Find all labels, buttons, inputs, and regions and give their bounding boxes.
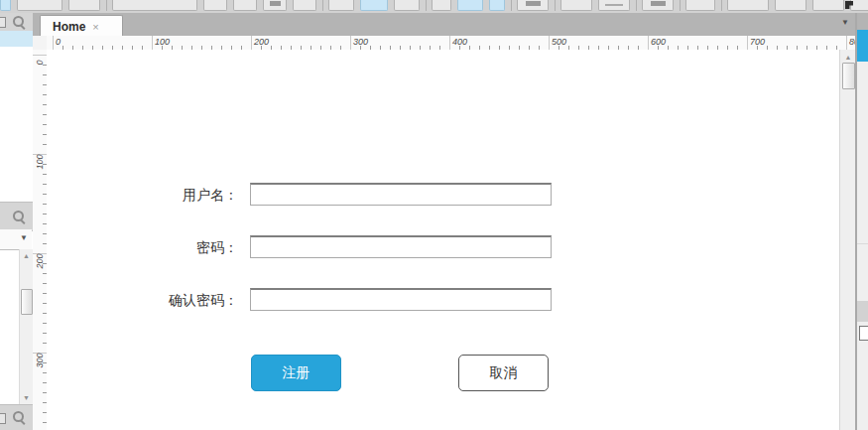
scroll-up-icon[interactable]: ▲	[20, 252, 33, 259]
username-input[interactable]	[250, 183, 552, 206]
design-canvas[interactable]: 用户名： 密码： 确认密码： 注册 取消	[47, 50, 839, 430]
toolbar-button[interactable]	[517, 0, 549, 11]
toolbar-button[interactable]	[642, 0, 674, 11]
right-panel-field[interactable]	[859, 326, 868, 341]
toolbar-button[interactable]	[727, 0, 769, 11]
ruler-major-tick	[152, 36, 153, 50]
library-select[interactable]: ▼	[0, 229, 32, 250]
toolbar-separator	[721, 0, 722, 11]
ruler-major-tick	[251, 36, 252, 50]
toolbar-button[interactable]	[203, 0, 227, 11]
toolbar-button[interactable]	[685, 0, 715, 11]
ruler-label: 100	[155, 37, 170, 47]
ruler-major-tick	[449, 36, 450, 50]
ruler-major-tick	[648, 36, 649, 50]
ruler-label: 0	[35, 55, 45, 72]
toolbar-separator	[106, 0, 107, 11]
confirm-password-input[interactable]	[250, 288, 552, 311]
tab-home[interactable]: Home ×	[40, 15, 123, 37]
search-icon[interactable]	[13, 211, 26, 223]
scroll-up-icon[interactable]: ▲	[840, 54, 856, 61]
toolbar-separator	[322, 0, 323, 11]
toolbar-button[interactable]	[293, 0, 316, 11]
ruler-major-tick	[53, 36, 54, 50]
ruler-corner	[33, 36, 48, 51]
toolbar-button[interactable]	[360, 0, 388, 11]
password-label: 密码：	[126, 234, 238, 260]
toolbar-button[interactable]	[0, 0, 11, 11]
toolbar-separator	[555, 0, 556, 11]
toolbar-button[interactable]	[457, 0, 483, 11]
right-panel-section-header	[857, 301, 868, 322]
ruler-label: 400	[452, 37, 467, 47]
pages-panel-header	[0, 13, 33, 32]
scrollbar-thumb[interactable]	[842, 63, 855, 89]
close-icon[interactable]: ×	[92, 21, 98, 33]
selected-page-row[interactable]	[0, 31, 33, 47]
toolbar-button[interactable]	[328, 0, 354, 11]
tab-label: Home	[53, 20, 85, 34]
toolbar-button[interactable]	[775, 0, 806, 11]
toolbar-separator	[426, 0, 427, 11]
scroll-down-icon[interactable]: ▼	[20, 394, 33, 401]
toolbar-button[interactable]	[598, 0, 630, 11]
toolbar-button[interactable]	[489, 0, 505, 11]
ruler-major-tick	[350, 36, 351, 50]
vertical-ruler: 0100200300	[33, 50, 48, 430]
masters-panel-icon	[0, 413, 6, 424]
toolbar-button[interactable]	[112, 0, 197, 11]
toolbar	[0, 0, 868, 14]
horizontal-ruler: 0100200300400500600700800	[47, 36, 855, 51]
toolbar-button[interactable]	[263, 0, 287, 11]
toolbar-separator	[636, 0, 637, 11]
right-panel-divider	[857, 243, 868, 244]
toolbar-separator	[680, 0, 681, 11]
tab-bar: Home × ▼	[33, 13, 855, 36]
ruler-label: 200	[254, 37, 269, 47]
ruler-major-tick	[747, 36, 748, 50]
canvas-vertical-scrollbar[interactable]: ▲	[839, 50, 856, 430]
libraries-scrollbar[interactable]: ▲ ▼	[19, 249, 33, 404]
register-button[interactable]: 注册	[251, 355, 341, 391]
toolbar-button[interactable]	[812, 0, 844, 11]
confirm-password-label: 确认密码：	[126, 287, 238, 313]
scrollbar-thumb[interactable]	[21, 289, 33, 315]
ruler-label: 0	[56, 37, 61, 47]
right-panel	[857, 13, 868, 430]
ruler-label: 300	[35, 353, 45, 369]
chevron-down-icon: ▼	[20, 234, 28, 242]
toolbar-button[interactable]	[233, 0, 257, 11]
toolbar-button[interactable]	[560, 0, 592, 11]
ruler-label: 100	[35, 154, 45, 171]
masters-panel-header	[0, 404, 33, 430]
toolbar-button[interactable]	[68, 0, 100, 11]
cancel-button[interactable]: 取消	[458, 355, 549, 391]
username-label: 用户名：	[126, 182, 238, 208]
ruler-label: 500	[552, 37, 566, 47]
ruler-major-tick	[846, 36, 847, 50]
ruler-label: 200	[35, 253, 45, 270]
search-icon[interactable]	[13, 411, 26, 424]
password-input[interactable]	[250, 235, 552, 258]
right-panel-accent	[857, 30, 868, 62]
libraries-panel-header	[0, 202, 33, 231]
pages-panel-icon	[0, 17, 6, 28]
ruler-label: 700	[750, 37, 765, 47]
toolbar-separator	[511, 0, 512, 11]
tab-list-chevron-icon[interactable]: ▼	[841, 19, 849, 27]
toolbar-button[interactable]	[432, 0, 451, 11]
search-icon[interactable]	[13, 16, 26, 29]
toolbar-button[interactable]	[394, 0, 420, 11]
ruler-label: 300	[353, 37, 368, 47]
ruler-label: 600	[651, 37, 666, 47]
right-panel-top	[857, 13, 868, 30]
toolbar-button[interactable]	[17, 0, 62, 11]
ruler-major-tick	[549, 36, 550, 50]
left-sidebar: ▼ ▲ ▼	[0, 13, 34, 430]
